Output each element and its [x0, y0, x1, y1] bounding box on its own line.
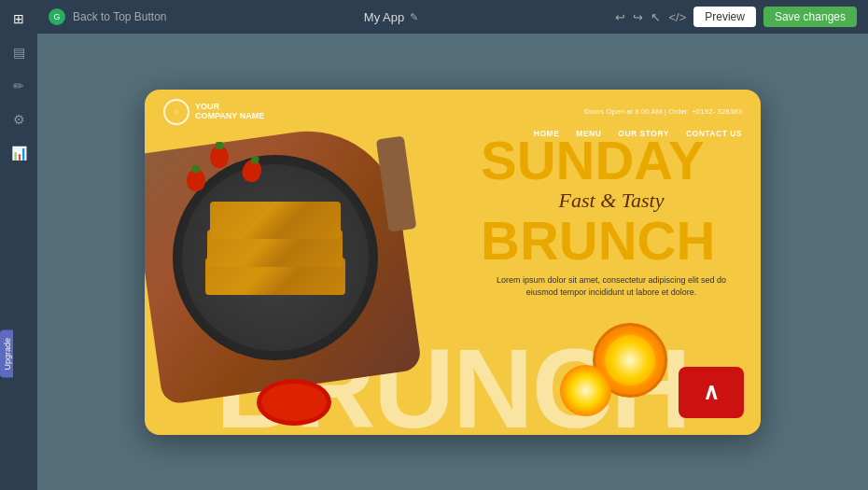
hero-title-line2: BRUNCH: [481, 217, 742, 265]
save-button[interactable]: Save changes: [763, 7, 857, 27]
undo-icon[interactable]: ↩: [615, 10, 625, 24]
layers-icon[interactable]: ▤: [9, 43, 28, 62]
topbar-center: My App ✎: [175, 10, 609, 24]
chevron-up-icon: ∧: [703, 379, 720, 405]
orange-small: [560, 365, 611, 416]
logo-letter: G: [53, 12, 60, 21]
preview-nav: ○ YOUR COMPANY NAME Doors Open at 8:00 A…: [145, 90, 761, 144]
company-name: YOUR COMPANY NAME: [195, 103, 264, 121]
nav-top-row: ○ YOUR COMPANY NAME Doors Open at 8:00 A…: [163, 99, 742, 125]
grid-icon[interactable]: ⊞: [9, 9, 28, 28]
hero-subtitle: Fast & Tasty: [481, 189, 742, 213]
pen-icon[interactable]: ✏: [9, 77, 28, 95]
topbar-actions: ↩ ↪ ↖ </> Preview Save changes: [615, 7, 857, 27]
waffle-stack: [201, 183, 350, 304]
company-logo-area: ○ YOUR COMPANY NAME: [163, 99, 264, 125]
upgrade-tab[interactable]: Upgrade: [0, 330, 13, 378]
strawberry-1: [210, 146, 229, 168]
food-image-area: [145, 108, 471, 426]
preview-card: ○ YOUR COMPANY NAME Doors Open at 8:00 A…: [145, 90, 761, 435]
nav-link-our-story[interactable]: OUR STORY: [618, 129, 669, 138]
company-logo-circle: ○: [163, 99, 189, 125]
code-icon[interactable]: </>: [668, 10, 686, 24]
hero-description: Lorem ipsum dolor sit amet, consectetur …: [481, 274, 742, 300]
content-area: ○ YOUR COMPANY NAME Doors Open at 8:00 A…: [37, 34, 868, 490]
main-area: G Back to Top Button My App ✎ ↩ ↪ ↖ </> …: [37, 0, 868, 490]
back-to-top-label: Back to Top Button: [73, 10, 167, 23]
topbar: G Back to Top Button My App ✎ ↩ ↪ ↖ </> …: [37, 0, 868, 34]
back-to-top-button[interactable]: ∧: [679, 367, 744, 418]
edit-icon[interactable]: ✎: [410, 11, 418, 23]
sidebar: ⊞ ▤ ✏ ⚙ 📊: [0, 0, 37, 490]
sauce-bowl: [257, 379, 331, 426]
nav-link-home[interactable]: HOME: [534, 129, 560, 138]
gear-icon[interactable]: ⚙: [9, 110, 28, 129]
nav-link-contact[interactable]: CONTACT US: [686, 129, 742, 138]
strawberry-2: [187, 169, 205, 191]
hero-content: SUNDAY Fast & Tasty BRUNCH Lorem ipsum d…: [481, 136, 742, 300]
chart-icon[interactable]: 📊: [9, 144, 28, 162]
company-name-line2: COMPANY NAME: [195, 112, 264, 121]
waffle-layer-top: [210, 202, 341, 239]
nav-link-menu[interactable]: MENU: [576, 129, 601, 138]
pointer-icon[interactable]: ↖: [651, 10, 661, 24]
preview-button[interactable]: Preview: [693, 7, 756, 27]
app-name: My App: [364, 10, 404, 24]
nav-links: HOME MENU OUR STORY CONTACT US: [163, 129, 742, 138]
redo-icon[interactable]: ↪: [633, 10, 643, 24]
nav-info: Doors Open at 8:00 AM | Order: +0192- 32…: [584, 107, 742, 116]
app-logo: G: [49, 8, 65, 25]
